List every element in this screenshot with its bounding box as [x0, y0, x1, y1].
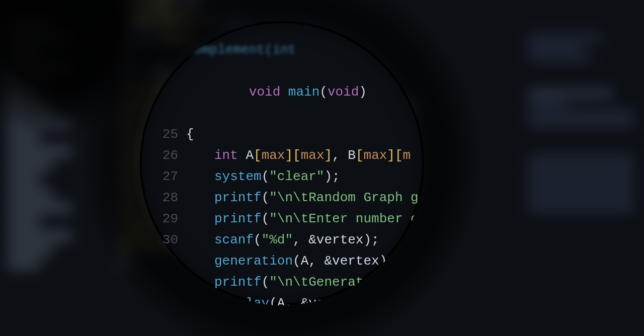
line-number: 26	[160, 145, 186, 166]
code-token: main	[280, 85, 319, 100]
code-line-signature: void main(void)	[160, 60, 424, 124]
code-token: int	[214, 148, 246, 163]
code-token: (A, &vertex);	[293, 254, 395, 269]
code-token: max	[301, 148, 325, 163]
line-number: 29	[160, 208, 186, 229]
code-token: max	[364, 148, 387, 163]
code-token: void	[328, 85, 359, 100]
line-number: 25	[160, 124, 186, 145]
code-token: ]	[387, 148, 395, 163]
code-token: (	[319, 85, 328, 100]
code-line: 30scanf("%d", &vertex);	[160, 229, 424, 250]
code-token: (	[262, 190, 270, 205]
code-token: printf	[214, 190, 262, 205]
blurred-right-panel	[513, 0, 644, 336]
code-token: [	[395, 148, 403, 163]
code-token: (	[262, 169, 270, 184]
code-token: ,	[332, 148, 348, 163]
code-token: "%d"	[262, 232, 293, 247]
code-line-brace: 25 {	[160, 124, 424, 145]
code-line: 28printf("\n\tRandom Graph g	[160, 187, 424, 208]
code-token: ]	[285, 148, 293, 163]
code-line: 27system("clear");	[160, 166, 424, 187]
code-token: [	[254, 148, 262, 163]
code-token: [	[293, 148, 301, 163]
code-token: generation	[214, 254, 293, 269]
code-token: );	[324, 169, 340, 184]
line-number: 27	[160, 166, 186, 187]
code-token: {	[186, 124, 194, 145]
code-token: void	[249, 85, 280, 100]
code-token: ]	[324, 148, 332, 163]
code-token: (	[254, 232, 262, 247]
code-token: (	[262, 275, 270, 290]
code-token: A	[246, 148, 254, 163]
code-token: "clear"	[269, 169, 324, 184]
code-token: max	[262, 148, 285, 163]
code-token: )	[359, 85, 367, 100]
line-number: 28	[160, 187, 186, 208]
code-token: [	[356, 148, 364, 163]
code-token: (	[262, 211, 270, 226]
code-line: 26int A[max][max], B[max][m	[160, 145, 424, 166]
code-token: system	[214, 169, 262, 184]
code-token: printf	[214, 211, 262, 226]
code-token: "\n\tRandom Graph g	[269, 190, 418, 205]
code-token: , &vertex);	[293, 232, 379, 247]
code-token: m	[403, 148, 411, 163]
blurred-sidebar	[0, 0, 96, 336]
code-token: "\n\tEnter number of	[269, 211, 424, 226]
code-token: scanf	[214, 232, 254, 247]
code-line: 29printf("\n\tEnter number of	[160, 208, 424, 229]
magnifier-lens: complement(int void main(void) 25 { 26in…	[140, 21, 424, 305]
code-token: B	[348, 148, 356, 163]
code-token: printf	[214, 275, 262, 290]
